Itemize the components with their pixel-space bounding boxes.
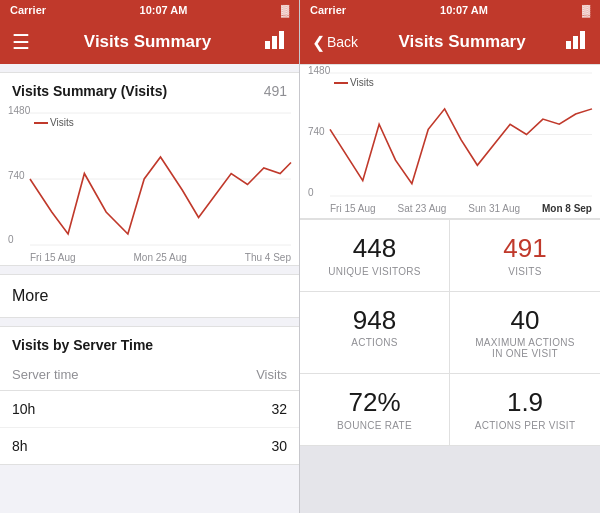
back-button[interactable]: ❮ Back <box>312 33 358 52</box>
left-chart-x-labels: Fri 15 Aug Mon 25 Aug Thu 4 Sep <box>30 252 291 263</box>
row-time-2: 8h <box>12 438 28 454</box>
left-nav-bar: ☰ Visits Summary <box>0 20 299 64</box>
left-content: Visits Summary (Visits) 491 1480 740 0 V… <box>0 64 299 513</box>
actions-number: 948 <box>312 306 437 335</box>
stat-actions: 948 ACTIONS <box>300 292 450 375</box>
left-chart-svg <box>30 113 291 245</box>
svg-rect-6 <box>566 41 571 49</box>
right-carrier: Carrier <box>310 4 346 16</box>
more-row[interactable]: More <box>0 274 299 318</box>
server-time-card-header: Visits by Server Time <box>0 327 299 359</box>
left-chart-y-labels: 1480 740 0 <box>8 105 30 245</box>
svg-rect-8 <box>580 31 585 49</box>
bounce-rate-number: 72% <box>312 388 437 417</box>
right-status-bar: Carrier 10:07 AM ▓ <box>300 0 600 20</box>
summary-card-title: Visits Summary (Visits) <box>12 83 167 99</box>
left-phone-panel: Carrier 10:07 AM ▓ ☰ Visits Summary Visi… <box>0 0 300 513</box>
left-time: 10:07 AM <box>140 4 188 16</box>
stat-max-actions: 40 MAXIMUM ACTIONSIN ONE VISIT <box>450 292 600 375</box>
stat-visits: 491 VISITS <box>450 220 600 292</box>
back-label: Back <box>327 34 358 50</box>
left-chart-icon[interactable] <box>265 31 287 54</box>
right-time: 10:07 AM <box>440 4 488 16</box>
right-nav-title: Visits Summary <box>398 32 525 52</box>
summary-card: Visits Summary (Visits) 491 1480 740 0 V… <box>0 72 299 266</box>
col-visits: Visits <box>256 367 287 382</box>
max-actions-label: MAXIMUM ACTIONSIN ONE VISIT <box>462 337 588 359</box>
unique-visitors-label: UNIQUE VISITORS <box>312 266 437 277</box>
stats-grid: 448 UNIQUE VISITORS 491 VISITS 948 ACTIO… <box>300 219 600 446</box>
left-battery: ▓ <box>281 4 289 16</box>
row-visits-2: 30 <box>271 438 287 454</box>
right-nav-bar: ❮ Back Visits Summary <box>300 20 600 64</box>
server-time-table-header: Server time Visits <box>0 359 299 391</box>
row-visits-1: 32 <box>271 401 287 417</box>
svg-rect-2 <box>279 31 284 49</box>
left-carrier: Carrier <box>10 4 46 16</box>
stat-actions-per-visit: 1.9 ACTIONS PER VISIT <box>450 374 600 446</box>
summary-card-header: Visits Summary (Visits) 491 <box>0 73 299 105</box>
server-time-title: Visits by Server Time <box>12 337 153 353</box>
left-chart-area: 1480 740 0 Visits <box>0 105 299 265</box>
unique-visitors-number: 448 <box>312 234 437 263</box>
right-chart-svg <box>330 73 592 196</box>
left-status-bar: Carrier 10:07 AM ▓ <box>0 0 299 20</box>
max-actions-number: 40 <box>462 306 588 335</box>
actions-label: ACTIONS <box>312 337 437 348</box>
right-chart-area: 1480 740 0 Visits Fri 15 Aug Sat 23 Aug … <box>300 64 600 219</box>
chevron-left-icon: ❮ <box>312 33 325 52</box>
more-label: More <box>12 287 48 304</box>
server-time-card: Visits by Server Time Server time Visits… <box>0 326 299 465</box>
right-chart-icon[interactable] <box>566 31 588 54</box>
svg-rect-7 <box>573 36 578 49</box>
stat-bounce-rate: 72% BOUNCE RATE <box>300 374 450 446</box>
hamburger-icon[interactable]: ☰ <box>12 30 30 54</box>
bounce-rate-label: BOUNCE RATE <box>312 420 437 431</box>
row-time-1: 10h <box>12 401 35 417</box>
summary-card-count: 491 <box>264 83 287 99</box>
svg-rect-0 <box>265 41 270 49</box>
actions-per-visit-number: 1.9 <box>462 388 588 417</box>
svg-rect-1 <box>272 36 277 49</box>
visits-number: 491 <box>462 234 588 263</box>
col-server-time: Server time <box>12 367 78 382</box>
stat-unique-visitors: 448 UNIQUE VISITORS <box>300 220 450 292</box>
right-chart-x-labels: Fri 15 Aug Sat 23 Aug Sun 31 Aug Mon 8 S… <box>330 203 592 214</box>
right-chart-y-labels: 1480 740 0 <box>308 65 330 198</box>
left-nav-title: Visits Summary <box>84 32 211 52</box>
table-row: 10h 32 <box>0 391 299 428</box>
right-battery: ▓ <box>582 4 590 16</box>
table-row: 8h 30 <box>0 428 299 464</box>
right-phone-panel: Carrier 10:07 AM ▓ ❮ Back Visits Summary… <box>300 0 600 513</box>
visits-label: VISITS <box>462 266 588 277</box>
actions-per-visit-label: ACTIONS PER VISIT <box>462 420 588 431</box>
